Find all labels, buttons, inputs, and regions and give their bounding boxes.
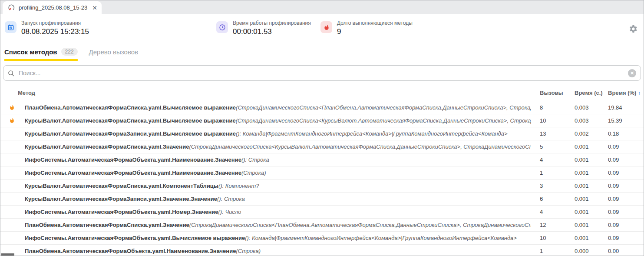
- view-tabs: Список методов 222 Дерево вызовов: [0, 43, 644, 61]
- close-icon[interactable]: ✕: [92, 5, 97, 11]
- sort-ascending-icon: ↑: [638, 90, 641, 96]
- time-s-value: 0.003: [566, 104, 602, 111]
- table-row[interactable]: ИнфоСистемы.АвтоматическаяФормаОбъекта.y…: [0, 206, 644, 219]
- profiler-window: profiling_2025.08.08_15-23-15 ✕ Запуск п…: [0, 0, 644, 256]
- time-pct-value: 0.09: [602, 209, 644, 215]
- method-cell: ПланОбмена.АвтоматическаяФормаСписка.yam…: [0, 222, 531, 228]
- table-row[interactable]: КурсыВалют.АвтоматическаяФормаСписка.yam…: [0, 140, 644, 153]
- table-row[interactable]: ИнфоСистемы.АвтоматическаяФормаОбъекта.y…: [0, 166, 644, 180]
- time-pct-value: 0.18: [602, 130, 644, 137]
- table-row[interactable]: ПланОбмена.АвтоматическаяФормаОбъекта.ya…: [0, 245, 644, 256]
- table-row[interactable]: ИнфоСистемы.АвтоматическаяФормаОбъекта.y…: [0, 232, 644, 245]
- method-text: КурсыВалют.АвтоматическаяФормаСписка.yam…: [25, 143, 531, 150]
- method-name: ПланОбмена.АвтоматическаяФормаОбъекта.ya…: [25, 248, 236, 254]
- calls-value: 10: [531, 117, 566, 124]
- stats-row: Запуск профилирования 08.08.2025 15:23:1…: [0, 14, 644, 43]
- stat-label: Долго выполняющиеся методы: [337, 20, 413, 26]
- method-text: ПланОбмена.АвтоматическаяФормаОбъекта.ya…: [25, 248, 261, 254]
- method-cell: ИнфоСистемы.АвтоматическаяФормаОбъекта.y…: [0, 235, 531, 241]
- method-cell: КурсыВалют.АвтоматическаяФормаЗаписи.yam…: [0, 196, 531, 202]
- method-text: ИнфоСистемы.АвтоматическаяФормаОбъекта.y…: [25, 156, 269, 163]
- method-name: КурсыВалют.АвтоматическаяФормаСписка.yam…: [25, 183, 218, 189]
- clear-search-icon[interactable]: ✕: [628, 69, 636, 77]
- time-s-value: 0.001: [566, 235, 602, 241]
- table-row[interactable]: КурсыВалют.АвтоматическаяФормаСписка.yam…: [0, 114, 644, 127]
- calls-value: 13: [531, 130, 566, 137]
- column-header-calls[interactable]: Вызовы: [531, 90, 566, 96]
- method-cell: КурсыВалют.АвтоматическаяФормаЗаписи.yam…: [0, 130, 531, 137]
- window-corner-fragment: [1, 253, 14, 256]
- column-header-method[interactable]: Метод: [0, 90, 531, 96]
- calls-value: 8: [531, 104, 566, 111]
- calls-value: 10: [531, 235, 566, 241]
- time-pct-value: 0.09: [602, 183, 644, 189]
- method-name: КурсыВалют.АвтоматическаяФормаЗаписи.yam…: [25, 196, 217, 202]
- column-header-time-s[interactable]: Время (с.): [566, 90, 602, 96]
- method-signature: (СтрокаДинамическогоСписка<КурсыВалют.Ав…: [236, 117, 531, 124]
- time-s-value: 0.001: [566, 156, 602, 163]
- method-text: ИнфоСистемы.АвтоматическаяФормаОбъекта.y…: [25, 209, 241, 215]
- gauge-icon: [8, 4, 15, 11]
- time-pct-value: 19.84: [602, 104, 644, 111]
- column-header-time-pct[interactable]: Время (%) ↑: [602, 90, 644, 96]
- method-cell: ИнфоСистемы.АвтоматическаяФормаОбъекта.y…: [0, 170, 531, 176]
- time-s-value: 0.001: [566, 170, 602, 176]
- method-name: КурсыВалют.АвтоматическаяФормаСписка.yam…: [25, 143, 189, 150]
- method-signature: (СтрокаДинамическогоСписка<ПланОбмена.Ав…: [236, 104, 531, 111]
- method-name: ИнфоСистемы.АвтоматическаяФормаОбъекта.y…: [25, 235, 245, 241]
- method-cell: ИнфоСистемы.АвтоматическаяФормаОбъекта.y…: [0, 156, 531, 163]
- method-signature: (): Строка: [217, 196, 245, 202]
- time-pct-value: 0.00: [602, 248, 644, 254]
- flame-icon: [9, 118, 16, 123]
- stat-profiling-start: Запуск профилирования 08.08.2025 15:23:1…: [5, 20, 89, 36]
- table-row[interactable]: ИнфоСистемы.АвтоматическаяФормаОбъекта.y…: [0, 153, 644, 166]
- table-row[interactable]: КурсыВалют.АвтоматическаяФормаЗаписи.yam…: [0, 193, 644, 206]
- calendar-clock-icon: [5, 21, 17, 33]
- stat-label: Запуск профилирования: [21, 20, 89, 26]
- table-row[interactable]: КурсыВалют.АвтоматическаяФормаЗаписи.yam…: [0, 127, 644, 140]
- calls-value: 12: [531, 222, 566, 228]
- table-row[interactable]: КурсыВалют.АвтоматическаяФормаСписка.yam…: [0, 180, 644, 193]
- window-tab-bar: profiling_2025.08.08_15-23-15 ✕: [0, 0, 644, 14]
- method-text: КурсыВалют.АвтоматическаяФормаЗаписи.yam…: [25, 196, 245, 202]
- calls-value: 1: [531, 170, 566, 176]
- table-body: ПланОбмена.АвтоматическаяФормаСписка.yam…: [0, 101, 644, 256]
- stat-value: 9: [337, 27, 413, 36]
- calls-value: 3: [531, 183, 566, 189]
- method-text: КурсыВалют.АвтоматическаяФормаСписка.yam…: [25, 183, 259, 189]
- tab-method-list[interactable]: Список методов 222: [4, 43, 78, 61]
- gear-icon[interactable]: [629, 24, 638, 33]
- calls-value: 5: [531, 143, 566, 150]
- table-header: Метод Вызовы Время (с.) Время (%) ↑: [0, 85, 644, 101]
- time-s-value: 0.001: [566, 222, 602, 228]
- calls-value: 4: [531, 156, 566, 163]
- method-count-badge: 222: [61, 48, 78, 56]
- method-text: ПланОбмена.АвтоматическаяФормаСписка.yam…: [25, 222, 531, 228]
- search-input[interactable]: [18, 69, 624, 77]
- table-row[interactable]: ПланОбмена.АвтоматическаяФормаСписка.yam…: [0, 101, 644, 114]
- stat-value: 00:00:01.53: [233, 27, 311, 36]
- flame-icon: [9, 105, 16, 110]
- time-s-value: 0.002: [566, 130, 602, 137]
- method-name: ИнфоСистемы.АвтоматическаяФормаОбъекта.y…: [25, 156, 241, 163]
- method-text: КурсыВалют.АвтоматическаяФормаЗаписи.yam…: [25, 130, 508, 137]
- search-bar: ✕: [3, 65, 641, 81]
- time-s-value: 0.003: [566, 117, 602, 124]
- method-cell: КурсыВалют.АвтоматическаяФормаСписка.yam…: [0, 183, 531, 189]
- time-s-value: 0.001: [566, 143, 602, 150]
- profiling-window-tab[interactable]: profiling_2025.08.08_15-23-15 ✕: [3, 1, 102, 14]
- method-cell: КурсыВалют.АвтоматическаяФормаСписка.yam…: [0, 117, 531, 124]
- method-name: ПланОбмена.АвтоматическаяФормаСписка.yam…: [25, 104, 236, 111]
- tab-call-tree[interactable]: Дерево вызовов: [89, 43, 139, 61]
- stat-label: Время работы профилирования: [233, 20, 311, 26]
- stat-long-methods: Долго выполняющиеся методы 9: [320, 20, 413, 36]
- method-text: ИнфоСистемы.АвтоматическаяФормаОбъекта.y…: [25, 170, 266, 176]
- method-text: КурсыВалют.АвтоматическаяФормаСписка.yam…: [25, 117, 531, 124]
- search-icon: [8, 70, 14, 76]
- method-name: ИнфоСистемы.АвтоматическаяФормаОбъекта.y…: [25, 170, 241, 176]
- method-signature: (Строка): [241, 170, 266, 176]
- time-pct-value: 15.39: [602, 117, 644, 124]
- method-text: ПланОбмена.АвтоматическаяФормаСписка.yam…: [25, 104, 531, 111]
- table-row[interactable]: ПланОбмена.АвтоматическаяФормаСписка.yam…: [0, 219, 644, 232]
- tab-label: Список методов: [4, 48, 57, 56]
